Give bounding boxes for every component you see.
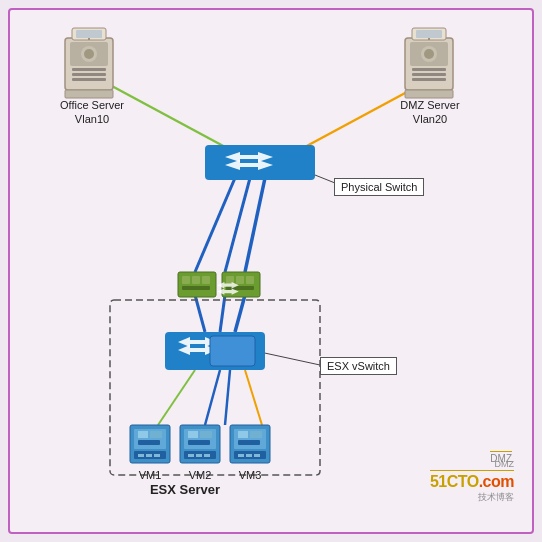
watermark-brand: 51CTO.com bbox=[430, 473, 514, 491]
svg-rect-54 bbox=[238, 431, 248, 438]
svg-rect-25 bbox=[246, 276, 254, 284]
svg-rect-59 bbox=[246, 454, 252, 457]
svg-rect-17 bbox=[178, 272, 216, 297]
svg-line-9 bbox=[205, 370, 220, 425]
svg-rect-81 bbox=[416, 30, 442, 38]
dmz-server-label: DMZ Server Vlan20 bbox=[390, 98, 470, 127]
svg-rect-76 bbox=[412, 68, 446, 71]
vm3-label: VM3 bbox=[222, 468, 278, 482]
svg-rect-70 bbox=[76, 30, 102, 38]
esx-server-label: ESX Server bbox=[125, 482, 245, 499]
svg-rect-77 bbox=[412, 73, 446, 76]
svg-rect-46 bbox=[200, 431, 212, 438]
watermark: DMZ 51CTO.com 技术博客 bbox=[430, 459, 514, 504]
svg-rect-66 bbox=[72, 73, 106, 76]
svg-rect-31 bbox=[210, 336, 255, 366]
svg-rect-79 bbox=[405, 90, 453, 98]
svg-line-4 bbox=[245, 178, 265, 272]
svg-rect-65 bbox=[72, 68, 106, 71]
svg-rect-50 bbox=[196, 454, 202, 457]
svg-rect-19 bbox=[192, 276, 200, 284]
office-server-label: Office Server Vlan10 bbox=[52, 98, 132, 127]
vm1-label: VM1 bbox=[122, 468, 178, 482]
svg-rect-24 bbox=[236, 276, 244, 284]
svg-rect-55 bbox=[250, 431, 262, 438]
svg-rect-78 bbox=[412, 78, 446, 81]
svg-rect-40 bbox=[138, 454, 144, 457]
svg-rect-51 bbox=[204, 454, 210, 457]
svg-rect-36 bbox=[138, 431, 148, 438]
watermark-sub: 技术博客 bbox=[430, 491, 514, 504]
svg-line-10 bbox=[225, 370, 230, 425]
svg-line-11 bbox=[245, 370, 262, 425]
svg-point-75 bbox=[424, 49, 434, 59]
svg-rect-68 bbox=[65, 90, 113, 98]
svg-rect-56 bbox=[238, 440, 260, 445]
svg-rect-47 bbox=[188, 440, 210, 445]
svg-point-64 bbox=[84, 49, 94, 59]
svg-rect-58 bbox=[238, 454, 244, 457]
svg-rect-45 bbox=[188, 431, 198, 438]
svg-rect-49 bbox=[188, 454, 194, 457]
svg-rect-20 bbox=[202, 276, 210, 284]
svg-rect-37 bbox=[150, 431, 162, 438]
svg-rect-42 bbox=[154, 454, 160, 457]
svg-rect-18 bbox=[182, 276, 190, 284]
outer-border: Office Server Vlan10 DMZ Server Vlan20 V… bbox=[8, 8, 534, 534]
svg-rect-41 bbox=[146, 454, 152, 457]
svg-rect-38 bbox=[138, 440, 160, 445]
svg-line-8 bbox=[158, 370, 195, 425]
svg-rect-67 bbox=[72, 78, 106, 81]
esx-vswitch-callout: ESX vSwitch bbox=[320, 357, 397, 375]
watermark-top-label: DMZ bbox=[430, 459, 514, 471]
physical-switch-callout: Physical Switch bbox=[334, 178, 424, 196]
svg-rect-60 bbox=[254, 454, 260, 457]
vm2-label: VM2 bbox=[172, 468, 228, 482]
diagram-svg bbox=[10, 10, 536, 536]
svg-rect-21 bbox=[182, 286, 210, 290]
svg-line-13 bbox=[260, 352, 320, 365]
